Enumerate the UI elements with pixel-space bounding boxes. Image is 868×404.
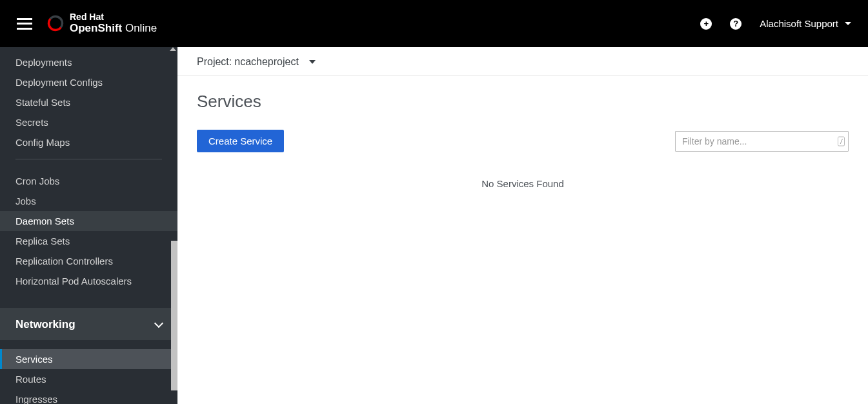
sidebar-item[interactable]: Services <box>0 349 177 369</box>
sidebar-item[interactable]: Ingresses <box>0 389 177 404</box>
sidebar-workloads-list: DeploymentsDeployment ConfigsStateful Se… <box>0 47 177 152</box>
sidebar-networking-list: ServicesRoutesIngressesNetwork Policies <box>0 340 177 404</box>
page-title: Services <box>197 92 849 112</box>
user-menu[interactable]: Alachisoft Support <box>760 18 855 29</box>
scroll-up-icon[interactable] <box>170 47 176 51</box>
brand-logo[interactable]: Red Hat OpenShift Online <box>46 12 157 34</box>
add-icon[interactable]: + <box>700 18 712 30</box>
sidebar-item[interactable]: Secrets <box>0 112 177 132</box>
sidebar-item[interactable]: Config Maps <box>0 132 177 152</box>
project-selector[interactable]: Project: ncacheproject <box>177 47 868 76</box>
create-service-button[interactable]: Create Service <box>197 130 284 152</box>
main-content: Project: ncacheproject Services Create S… <box>177 47 868 404</box>
caret-down-icon <box>309 60 316 64</box>
brand-product-thin: Online <box>122 22 157 34</box>
sidebar-item[interactable]: Replica Sets <box>0 231 177 251</box>
help-icon[interactable]: ? <box>730 18 742 30</box>
sidebar-item[interactable]: Deployments <box>0 52 177 72</box>
sidebar-item[interactable]: Stateful Sets <box>0 92 177 112</box>
filter-input[interactable] <box>675 131 849 152</box>
brand-product-bold: OpenShift <box>70 22 122 34</box>
sidebar-divider <box>15 159 162 159</box>
sidebar-jobs-list: Cron JobsJobsDaemon SetsReplica SetsRepl… <box>0 166 177 291</box>
sidebar-section-label: Networking <box>15 318 76 331</box>
topbar-right: + ? Alachisoft Support <box>700 18 855 30</box>
sidebar-item[interactable]: Daemon Sets <box>0 211 177 231</box>
brand-line1: Red Hat <box>70 12 157 22</box>
redhat-icon <box>46 14 65 32</box>
sidebar: DeploymentsDeployment ConfigsStateful Se… <box>0 47 177 404</box>
sidebar-section-networking[interactable]: Networking <box>0 308 177 340</box>
user-label: Alachisoft Support <box>760 18 838 29</box>
filter-wrap: / <box>675 131 849 152</box>
caret-down-icon <box>845 22 851 25</box>
topbar: Red Hat OpenShift Online + ? Alachisoft … <box>0 0 868 47</box>
sidebar-item[interactable]: Horizontal Pod Autoscalers <box>0 271 177 291</box>
scrollbar-thumb[interactable] <box>171 241 177 390</box>
sidebar-item[interactable]: Deployment Configs <box>0 72 177 92</box>
sidebar-item[interactable]: Routes <box>0 369 177 389</box>
sidebar-item[interactable]: Jobs <box>0 191 177 211</box>
breadcrumb-label: Project: <box>197 56 232 68</box>
brand-text: Red Hat OpenShift Online <box>70 12 157 34</box>
filter-shortcut-badge: / <box>838 136 845 146</box>
breadcrumb-value: ncacheproject <box>234 56 299 68</box>
chevron-down-icon <box>154 319 163 328</box>
empty-state-text: No Services Found <box>197 178 849 189</box>
sidebar-item[interactable]: Replication Controllers <box>0 251 177 271</box>
hamburger-menu-icon[interactable] <box>17 18 32 30</box>
sidebar-item[interactable]: Cron Jobs <box>0 171 177 191</box>
